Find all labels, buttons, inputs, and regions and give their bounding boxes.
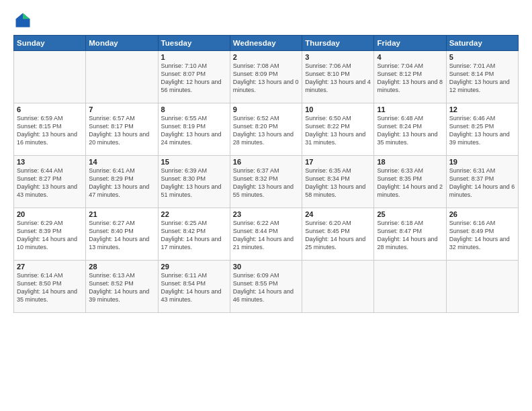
day-number: 9 [233, 105, 299, 113]
day-info: Sunrise: 7:04 AM Sunset: 8:12 PM Dayligh… [377, 62, 443, 95]
day-info: Sunrise: 7:06 AM Sunset: 8:10 PM Dayligh… [305, 62, 371, 95]
day-cell: 26Sunrise: 6:16 AM Sunset: 8:49 PM Dayli… [446, 208, 518, 261]
day-info: Sunrise: 6:13 AM Sunset: 8:52 PM Dayligh… [89, 271, 154, 304]
day-info: Sunrise: 6:55 AM Sunset: 8:19 PM Dayligh… [161, 114, 227, 147]
day-info: Sunrise: 6:31 AM Sunset: 8:37 PM Dayligh… [449, 167, 515, 199]
day-info: Sunrise: 6:48 AM Sunset: 8:24 PM Dayligh… [377, 114, 443, 147]
day-info: Sunrise: 6:35 AM Sunset: 8:34 PM Dayligh… [305, 167, 371, 199]
day-number: 7 [89, 105, 154, 113]
day-cell: 3Sunrise: 7:06 AM Sunset: 8:10 PM Daylig… [302, 51, 374, 103]
day-number: 20 [17, 210, 83, 218]
day-cell: 23Sunrise: 6:22 AM Sunset: 8:44 PM Dayli… [230, 208, 302, 261]
day-number: 19 [449, 158, 515, 166]
day-cell: 10Sunrise: 6:50 AM Sunset: 8:22 PM Dayli… [302, 103, 374, 156]
day-info: Sunrise: 6:25 AM Sunset: 8:42 PM Dayligh… [161, 219, 227, 252]
day-number: 12 [449, 105, 515, 113]
day-number: 13 [17, 158, 83, 166]
day-number: 24 [305, 210, 371, 218]
day-number: 14 [89, 158, 154, 166]
day-cell: 30Sunrise: 6:09 AM Sunset: 8:55 PM Dayli… [230, 261, 302, 313]
day-number: 28 [89, 263, 154, 271]
day-cell: 14Sunrise: 6:41 AM Sunset: 8:29 PM Dayli… [86, 156, 158, 208]
day-number: 25 [377, 210, 443, 218]
day-number: 6 [17, 105, 83, 113]
svg-marker-1 [23, 13, 30, 19]
day-info: Sunrise: 6:27 AM Sunset: 8:40 PM Dayligh… [89, 219, 154, 252]
day-number: 21 [89, 210, 154, 218]
day-info: Sunrise: 6:20 AM Sunset: 8:45 PM Dayligh… [305, 219, 371, 252]
day-number: 4 [377, 53, 443, 61]
day-info: Sunrise: 6:11 AM Sunset: 8:54 PM Dayligh… [161, 271, 227, 304]
day-info: Sunrise: 6:50 AM Sunset: 8:22 PM Dayligh… [305, 114, 371, 147]
day-cell: 2Sunrise: 7:08 AM Sunset: 8:09 PM Daylig… [230, 51, 302, 103]
day-cell: 8Sunrise: 6:55 AM Sunset: 8:19 PM Daylig… [158, 103, 230, 156]
day-info: Sunrise: 6:57 AM Sunset: 8:17 PM Dayligh… [89, 114, 154, 147]
day-info: Sunrise: 6:59 AM Sunset: 8:15 PM Dayligh… [17, 114, 83, 147]
day-info: Sunrise: 6:52 AM Sunset: 8:20 PM Dayligh… [233, 114, 299, 147]
day-number: 27 [17, 263, 83, 271]
header-day-thursday: Thursday [302, 36, 374, 51]
day-number: 23 [233, 210, 299, 218]
day-info: Sunrise: 6:18 AM Sunset: 8:47 PM Dayligh… [377, 219, 443, 252]
week-row-1: 1Sunrise: 7:10 AM Sunset: 8:07 PM Daylig… [14, 51, 519, 103]
day-number: 10 [305, 105, 371, 113]
header-day-monday: Monday [86, 36, 158, 51]
day-info: Sunrise: 6:14 AM Sunset: 8:50 PM Dayligh… [17, 271, 83, 304]
day-cell [302, 261, 374, 313]
header-row: SundayMondayTuesdayWednesdayThursdayFrid… [14, 36, 519, 51]
day-cell [374, 261, 446, 313]
day-cell: 25Sunrise: 6:18 AM Sunset: 8:47 PM Dayli… [374, 208, 446, 261]
day-cell: 19Sunrise: 6:31 AM Sunset: 8:37 PM Dayli… [446, 156, 518, 208]
day-number: 16 [233, 158, 299, 166]
day-number: 15 [161, 158, 227, 166]
day-cell: 20Sunrise: 6:29 AM Sunset: 8:39 PM Dayli… [14, 208, 86, 261]
day-cell: 28Sunrise: 6:13 AM Sunset: 8:52 PM Dayli… [86, 261, 158, 313]
day-cell: 13Sunrise: 6:44 AM Sunset: 8:27 PM Dayli… [14, 156, 86, 208]
day-info: Sunrise: 6:46 AM Sunset: 8:25 PM Dayligh… [449, 114, 515, 147]
week-row-5: 27Sunrise: 6:14 AM Sunset: 8:50 PM Dayli… [14, 261, 519, 313]
header-day-wednesday: Wednesday [230, 36, 302, 51]
page: SundayMondayTuesdayWednesdayThursdayFrid… [0, 0, 532, 411]
header-day-tuesday: Tuesday [158, 36, 230, 51]
day-cell: 17Sunrise: 6:35 AM Sunset: 8:34 PM Dayli… [302, 156, 374, 208]
day-cell: 11Sunrise: 6:48 AM Sunset: 8:24 PM Dayli… [374, 103, 446, 156]
day-cell: 15Sunrise: 6:39 AM Sunset: 8:30 PM Dayli… [158, 156, 230, 208]
day-info: Sunrise: 6:41 AM Sunset: 8:29 PM Dayligh… [89, 167, 154, 199]
day-info: Sunrise: 6:22 AM Sunset: 8:44 PM Dayligh… [233, 219, 299, 252]
logo [13, 11, 34, 30]
day-cell: 29Sunrise: 6:11 AM Sunset: 8:54 PM Dayli… [158, 261, 230, 313]
day-number: 1 [161, 53, 227, 61]
day-info: Sunrise: 6:44 AM Sunset: 8:27 PM Dayligh… [17, 167, 83, 199]
day-cell: 24Sunrise: 6:20 AM Sunset: 8:45 PM Dayli… [302, 208, 374, 261]
day-cell: 5Sunrise: 7:01 AM Sunset: 8:14 PM Daylig… [446, 51, 518, 103]
day-cell [446, 261, 518, 313]
day-cell: 21Sunrise: 6:27 AM Sunset: 8:40 PM Dayli… [86, 208, 158, 261]
day-number: 3 [305, 53, 371, 61]
calendar-table: SundayMondayTuesdayWednesdayThursdayFrid… [13, 35, 519, 313]
day-number: 2 [233, 53, 299, 61]
day-number: 26 [449, 210, 515, 218]
day-cell: 27Sunrise: 6:14 AM Sunset: 8:50 PM Dayli… [14, 261, 86, 313]
day-info: Sunrise: 6:33 AM Sunset: 8:35 PM Dayligh… [377, 167, 443, 199]
day-cell [14, 51, 86, 103]
day-cell: 1Sunrise: 7:10 AM Sunset: 8:07 PM Daylig… [158, 51, 230, 103]
header [13, 11, 519, 30]
day-info: Sunrise: 7:01 AM Sunset: 8:14 PM Dayligh… [449, 62, 515, 95]
day-info: Sunrise: 6:29 AM Sunset: 8:39 PM Dayligh… [17, 219, 83, 252]
day-info: Sunrise: 7:10 AM Sunset: 8:07 PM Dayligh… [161, 62, 227, 95]
day-cell: 7Sunrise: 6:57 AM Sunset: 8:17 PM Daylig… [86, 103, 158, 156]
day-cell: 6Sunrise: 6:59 AM Sunset: 8:15 PM Daylig… [14, 103, 86, 156]
day-number: 8 [161, 105, 227, 113]
day-info: Sunrise: 6:16 AM Sunset: 8:49 PM Dayligh… [449, 219, 515, 252]
day-number: 30 [233, 263, 299, 271]
header-day-saturday: Saturday [446, 36, 518, 51]
week-row-3: 13Sunrise: 6:44 AM Sunset: 8:27 PM Dayli… [14, 156, 519, 208]
day-number: 22 [161, 210, 227, 218]
logo-icon [13, 11, 32, 30]
day-info: Sunrise: 6:39 AM Sunset: 8:30 PM Dayligh… [161, 167, 227, 199]
header-day-sunday: Sunday [14, 36, 86, 51]
day-cell: 22Sunrise: 6:25 AM Sunset: 8:42 PM Dayli… [158, 208, 230, 261]
day-info: Sunrise: 7:08 AM Sunset: 8:09 PM Dayligh… [233, 62, 299, 95]
day-cell: 18Sunrise: 6:33 AM Sunset: 8:35 PM Dayli… [374, 156, 446, 208]
day-number: 17 [305, 158, 371, 166]
